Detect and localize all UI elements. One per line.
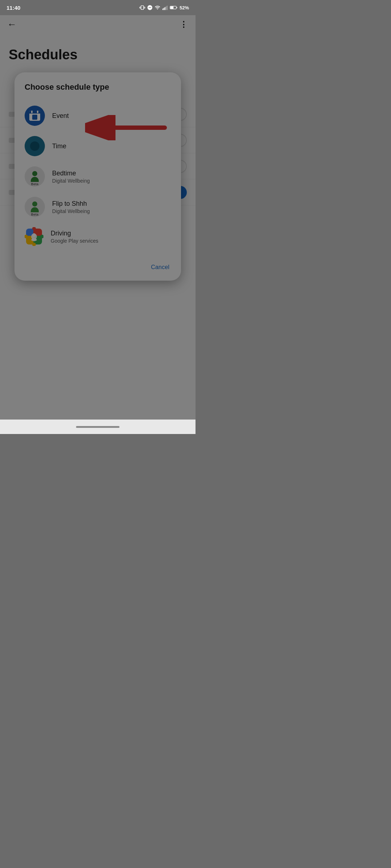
- svg-rect-4: [167, 6, 168, 10]
- nav-handle: [76, 426, 119, 428]
- backdrop-overlay: [0, 0, 196, 434]
- nav-bar: [0, 420, 196, 434]
- svg-rect-7: [176, 7, 177, 8]
- vibrate-icon: [139, 5, 145, 10]
- svg-rect-0: [163, 9, 163, 10]
- svg-rect-6: [171, 7, 174, 9]
- battery-percent: 52%: [180, 5, 189, 10]
- status-bar: 11:40 52%: [0, 0, 196, 15]
- battery-icon: [170, 5, 178, 10]
- dnd-icon: [147, 5, 153, 10]
- status-icons: 52%: [139, 5, 189, 10]
- wifi-icon: [155, 5, 160, 10]
- status-time: 11:40: [7, 5, 20, 11]
- svg-rect-1: [164, 8, 164, 10]
- signal-icon: [162, 5, 168, 10]
- svg-rect-3: [166, 7, 167, 10]
- svg-rect-2: [165, 7, 165, 10]
